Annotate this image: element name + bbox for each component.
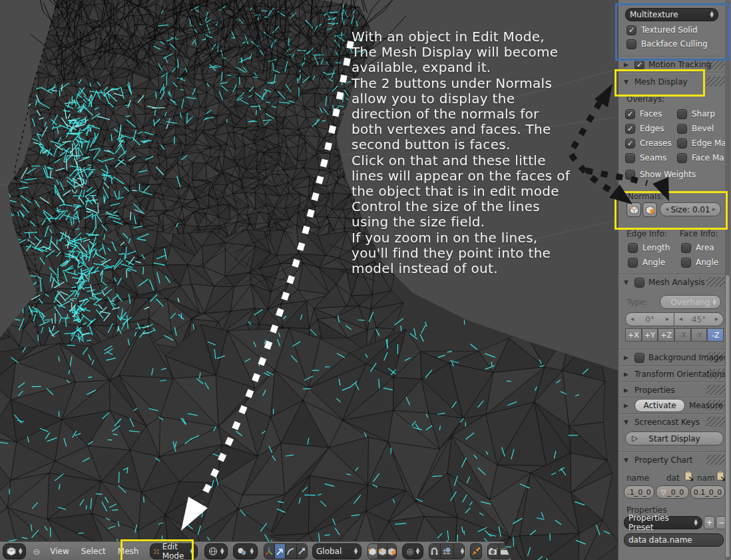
panel-drag-hatch[interactable] — [706, 385, 726, 395]
chart-field-2[interactable]: ▽ _0_0 — [656, 485, 689, 499]
edges-checkbox[interactable]: Edges — [625, 123, 664, 134]
panel-drag-hatch[interactable] — [706, 400, 726, 410]
panel-property-chart[interactable]: ▼ Property Chart — [624, 454, 693, 466]
face-marks-checkbox[interactable]: Face Ma — [677, 152, 724, 163]
face-angle-checkbox[interactable]: Angle — [681, 257, 718, 268]
slider-right-arrow-icon[interactable]: ▸ — [712, 205, 716, 212]
edge-angle-checkbox[interactable]: Angle — [628, 257, 665, 268]
axis-plus-y-button[interactable]: +Y — [642, 328, 658, 342]
checkbox-icon[interactable] — [634, 60, 644, 70]
checkbox-icon[interactable] — [625, 109, 635, 119]
slider-left-arrow-icon[interactable]: ◂ — [665, 205, 668, 212]
checkbox-icon[interactable] — [634, 353, 644, 363]
mode-dropdown[interactable]: Edit Mode ▲▼ — [150, 543, 198, 559]
collapse-menus-icon[interactable]: ⊖ — [33, 547, 40, 557]
edge-length-checkbox[interactable]: Length — [628, 242, 670, 253]
panel-drag-hatch[interactable] — [706, 277, 726, 287]
axis-plus-z-button[interactable]: +Z — [658, 328, 674, 342]
edge-marks-checkbox[interactable]: Edge Ma — [677, 138, 726, 148]
axis-minus-y-button[interactable]: -Y — [691, 328, 708, 342]
textured-solid-checkbox[interactable]: Textured Solid — [626, 25, 698, 35]
axis-minus-x-button[interactable]: -X — [674, 328, 691, 342]
face-select-button[interactable] — [387, 544, 396, 559]
dropdown-arrows-icon: ▲▼ — [220, 548, 224, 555]
pivot-dropdown[interactable]: ▲▼ — [233, 543, 257, 559]
chart-field-1[interactable]: .1_0_0 — [624, 485, 654, 499]
snap-element-button[interactable] — [441, 544, 454, 559]
manipulator-rotate-button[interactable] — [286, 544, 296, 559]
orientation-dropdown[interactable]: Global ▲▼ — [312, 543, 362, 559]
panel-drag-hatch[interactable] — [706, 352, 726, 362]
properties-preset-dropdown[interactable]: Properties Preset ▲▼ — [624, 516, 702, 529]
axis-minus-z-button[interactable]: -Z — [707, 328, 724, 342]
axis-plus-x-button[interactable]: +X — [625, 328, 642, 342]
checkbox-icon[interactable] — [626, 39, 636, 49]
normals-size-field[interactable]: ◂ Size: 0.01 ▸ — [660, 202, 721, 216]
panel-drag-hatch[interactable] — [706, 417, 726, 427]
face-normals-toggle[interactable] — [642, 202, 657, 217]
manipulator-group — [264, 543, 308, 559]
snap-target-dropdown[interactable]: ▲▼ — [454, 544, 464, 559]
seams-checkbox[interactable]: Seams — [625, 152, 666, 163]
show-weights-checkbox[interactable]: Show Weights — [625, 169, 696, 180]
proportional-edit-dropdown[interactable]: ◎ ▲▼ — [402, 543, 423, 559]
edge-select-button[interactable] — [378, 544, 387, 559]
activate-button[interactable]: Activate — [634, 399, 685, 412]
angle-min-field[interactable]: ◂ 0° ▸ — [625, 312, 674, 326]
panel-properties[interactable]: ▶ Properties — [624, 384, 675, 396]
collapsed-arrow-icon: ▶ — [624, 387, 630, 394]
sidebar-scrollbar[interactable] — [725, 0, 730, 560]
checkbox-icon[interactable] — [625, 139, 635, 148]
vertex-normals-toggle[interactable] — [626, 202, 641, 217]
editor-type-dropdown[interactable]: ▲▼ — [3, 543, 26, 559]
angle-max-value: 45° — [692, 315, 706, 324]
manipulator-scale-button[interactable] — [297, 544, 307, 559]
checkbox-icon[interactable] — [625, 124, 635, 134]
checkbox-icon[interactable] — [634, 278, 644, 288]
menu-view[interactable]: View — [44, 547, 75, 556]
analysis-type-dropdown[interactable]: Overhang ▲▼ — [660, 295, 721, 309]
data-name-field[interactable]: data data.name — [624, 533, 724, 547]
copy-to-clipboard-icon[interactable] — [684, 471, 694, 482]
panel-motion-tracking[interactable]: ▶ Motion Tracking — [624, 59, 711, 71]
checkbox-icon[interactable] — [681, 243, 691, 253]
checkbox-icon[interactable] — [677, 124, 687, 134]
sharp-checkbox[interactable]: Sharp — [677, 109, 715, 119]
shading-mode-dropdown[interactable]: Multitexture ▲▼ — [625, 8, 718, 21]
snap-magnet-button[interactable] — [429, 544, 440, 559]
opengl-render-button[interactable] — [488, 544, 500, 559]
preset-add-button[interactable]: + — [704, 516, 715, 529]
checkbox-icon[interactable] — [681, 258, 691, 268]
checkbox-icon[interactable] — [628, 243, 638, 253]
snap-peel-button[interactable] — [470, 543, 482, 559]
checkbox-icon[interactable] — [625, 153, 635, 163]
bevel-checkbox[interactable]: Bevel — [677, 123, 714, 134]
checkbox-icon[interactable] — [625, 170, 635, 180]
panel-drag-hatch[interactable] — [706, 369, 726, 379]
face-area-checkbox[interactable]: Area — [681, 242, 714, 253]
panel-drag-hatch[interactable] — [706, 455, 726, 465]
shading-dropdown[interactable]: ▲▼ — [204, 543, 228, 559]
menu-mesh[interactable]: Mesh — [112, 547, 145, 556]
checkbox-icon[interactable] — [677, 153, 687, 163]
creases-checkbox[interactable]: Creases — [625, 138, 672, 148]
checkbox-icon[interactable] — [628, 258, 638, 268]
faces-checkbox[interactable]: Faces — [625, 109, 662, 119]
start-display-button[interactable]: ▷ Start Display — [625, 431, 724, 445]
checkbox-icon[interactable] — [626, 25, 636, 35]
checkbox-icon[interactable] — [677, 139, 687, 148]
scrollbar-thumb[interactable] — [725, 274, 730, 558]
panel-mesh-display[interactable]: ▼ Mesh Display — [624, 76, 688, 88]
menu-select[interactable]: Select — [75, 547, 112, 556]
manipulator-translate-button[interactable] — [275, 544, 286, 559]
angle-max-field[interactable]: ◂ 45° ▸ — [674, 312, 724, 326]
backface-culling-checkbox[interactable]: Backface Culling — [626, 39, 708, 49]
panel-drag-hatch[interactable] — [706, 77, 726, 87]
checkbox-icon[interactable] — [677, 109, 687, 119]
manipulator-axes-button[interactable] — [264, 544, 275, 559]
vertex-select-button[interactable] — [368, 544, 377, 559]
panel-screencast-keys[interactable]: ▼ Screencast Keys — [624, 416, 700, 428]
chart-field-3[interactable]: 0.1_0_0 — [690, 485, 725, 499]
panel-mesh-analysis[interactable]: ▼ Mesh Analysis — [624, 276, 705, 288]
panel-drag-hatch[interactable] — [706, 59, 726, 69]
